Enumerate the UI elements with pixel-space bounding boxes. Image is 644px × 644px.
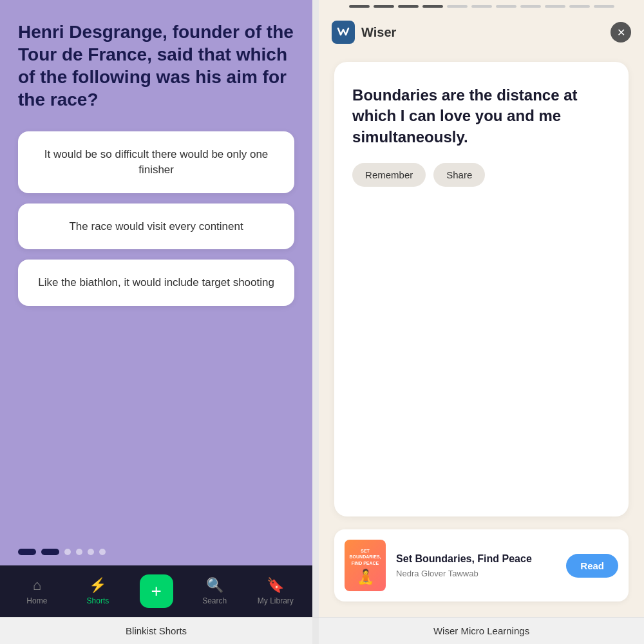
nav-search[interactable]: 🔍 Search [195,577,234,605]
close-button[interactable]: ✕ [611,22,631,43]
dot-4 [76,549,82,555]
home-label: Home [26,596,47,605]
prog-dot-6 [471,5,492,8]
home-icon: ⌂ [33,577,41,594]
remember-button[interactable]: Remember [352,163,426,187]
dot-2 [41,549,59,555]
add-button[interactable]: + [140,574,173,608]
shorts-icon: ⚡ [89,577,106,594]
prog-dot-10 [569,5,590,8]
wiser-content: Boundaries are the distance at which I c… [319,52,644,617]
wiser-app-name: Wiser [361,25,396,40]
book-cover-figure: 🧘 [357,569,374,585]
add-icon: + [151,581,161,601]
prog-dot-5 [447,5,468,8]
bottom-nav: ⌂ Home ⚡ Shorts + 🔍 Search 🔖 My Library [0,565,312,617]
prog-dot-4 [422,5,443,8]
search-icon: 🔍 [206,577,223,594]
right-panel: Wiser ✕ Boundaries are the distance at w… [319,0,644,617]
prog-dot-2 [374,5,394,8]
dot-5 [88,549,94,555]
quote-actions: Remember Share [352,163,611,187]
left-panel-label: Blinkist Shorts [126,625,187,636]
read-button[interactable]: Read [566,554,618,578]
progress-bar-top [319,0,644,10]
wiser-header: Wiser ✕ [319,10,644,52]
quiz-option-3[interactable]: Like the biathlon, it would include targ… [18,260,294,306]
quiz-area: Henri Desgrange, founder of the Tour de … [0,0,312,538]
prog-dot-8 [520,5,541,8]
quiz-question: Henri Desgrange, founder of the Tour de … [18,21,294,111]
wiser-logo-area: Wiser [332,21,396,44]
left-panel: Henri Desgrange, founder of the Tour de … [0,0,312,617]
close-icon: ✕ [617,26,625,39]
book-author: Nedra Glover Tawwab [396,569,556,578]
search-label: Search [202,596,227,605]
dot-1 [18,549,36,555]
prog-dot-7 [496,5,516,8]
nav-home[interactable]: ⌂ Home [17,577,56,605]
book-info: Set Boundaries, Find Peace Nedra Glover … [396,553,556,578]
quote-card: Boundaries are the distance at which I c… [334,62,629,516]
library-icon: 🔖 [267,577,284,594]
prog-dot-11 [594,5,614,8]
prog-dot-3 [398,5,419,8]
quote-text: Boundaries are the distance at which I c… [352,85,611,147]
dot-6 [99,549,106,555]
prog-dot-9 [545,5,565,8]
dot-3 [64,549,71,555]
nav-shorts[interactable]: ⚡ Shorts [79,577,117,605]
book-cover: SET BOUNDARIES, FIND PEACE 🧘 [345,540,386,591]
prog-dot-1 [349,5,370,8]
library-label: My Library [258,596,294,605]
quiz-options: It would be so difficult there would be … [18,131,294,306]
shorts-label: Shorts [87,596,109,605]
book-cover-text: SET BOUNDARIES, FIND PEACE [347,545,383,568]
progress-dots-left [0,538,312,565]
nav-library[interactable]: 🔖 My Library [256,577,295,605]
panel-divider [312,0,319,617]
book-title: Set Boundaries, Find Peace [396,553,556,566]
share-button[interactable]: Share [433,163,485,187]
quiz-option-1[interactable]: It would be so difficult there would be … [18,131,294,193]
right-panel-label: Wiser Micro Learnings [433,625,529,636]
book-card: SET BOUNDARIES, FIND PEACE 🧘 Set Boundar… [334,529,629,601]
quiz-option-2[interactable]: The race would visit every continent [18,204,294,250]
wiser-logo-icon [332,21,355,44]
